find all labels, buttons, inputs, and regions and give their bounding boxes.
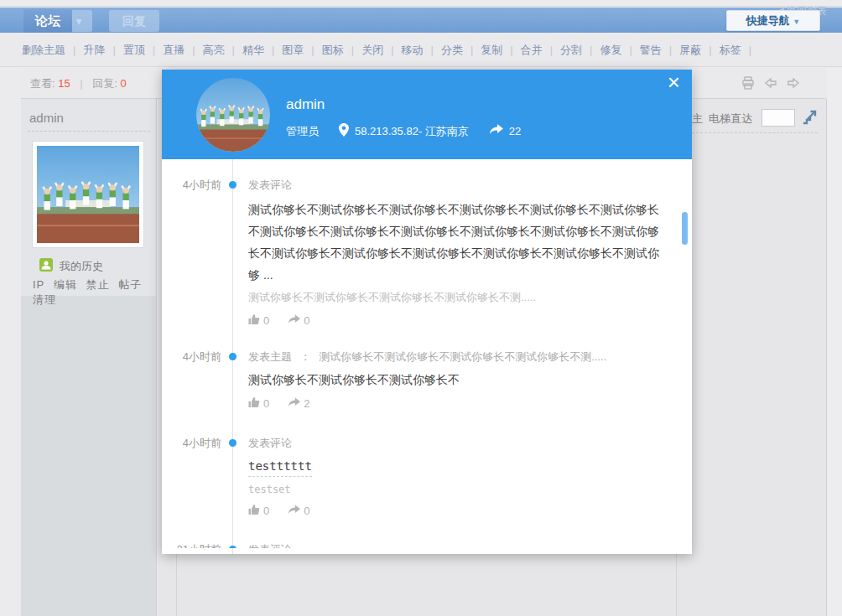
- entry-time: 4小时前: [162, 178, 233, 328]
- timeline-entry: 4小时前 发表评论 测试你够长不测试你够长不测试你够长不测试你够长不测试你够长不…: [162, 178, 668, 328]
- my-history-label: 我的历史: [60, 259, 103, 274]
- replies-label: 回复:: [92, 77, 117, 90]
- toolbar-item-close-thread[interactable]: 关闭: [361, 44, 401, 56]
- thread-stats: 查看: 15 | 回复: 0: [30, 76, 127, 91]
- toolbar-item-icon[interactable]: 图标: [322, 44, 361, 56]
- chevron-down-icon: ▼: [793, 18, 800, 26]
- user-location: 58.213.35.82- 江苏南京: [355, 124, 469, 139]
- page-right-margin: [827, 68, 842, 616]
- like-stat[interactable]: 0: [248, 504, 269, 518]
- entry-action: 发表评论: [248, 436, 668, 450]
- reply-button-faded[interactable]: 回复: [109, 10, 159, 32]
- author-avatar[interactable]: [32, 141, 144, 248]
- entry-text[interactable]: 测试你够长不测试你够长不测试你够长不: [248, 372, 668, 388]
- toolbar-item-highlight[interactable]: 高亮: [203, 44, 242, 56]
- timeline-dot-icon: [229, 353, 236, 360]
- thumb-up-icon: [248, 504, 260, 518]
- toolbar-item-pin[interactable]: 置顶: [123, 44, 163, 56]
- print-icon[interactable]: [741, 75, 756, 91]
- toolbar-item-merge[interactable]: 合并: [521, 44, 560, 56]
- share-arrow-icon: [288, 505, 300, 518]
- share-count: 2: [304, 397, 309, 410]
- modal-username: admin: [286, 96, 325, 113]
- share-stat[interactable]: 0: [288, 505, 309, 518]
- views-label: 查看:: [30, 77, 55, 90]
- entry-action-label: 发表主题: [248, 350, 292, 363]
- timeline-entry: 4小时前 发表主题 ： 测试你够长不测试你够长不测试你够长不测试你够长不测...…: [162, 349, 668, 411]
- share-count: 0: [304, 505, 309, 517]
- prev-page-icon[interactable]: [763, 75, 778, 91]
- elevator-label: 电梯直达: [709, 111, 752, 127]
- like-stat[interactable]: 0: [248, 396, 269, 411]
- entry-topic-title[interactable]: 测试你够长不测试你够长不测试你够长不测试你够长不测.....: [319, 350, 606, 363]
- views-count: 15: [58, 77, 70, 90]
- elevator-input[interactable]: [761, 109, 795, 127]
- modal-body: 4小时前 发表评论 测试你够长不测试你够长不测试你够长不测试你够长不测试你够长不…: [162, 159, 692, 554]
- entry-text[interactable]: testttttt: [248, 458, 312, 477]
- toolbar-item-copy[interactable]: 复制: [481, 44, 520, 56]
- timeline-entry: 4小时前 发表评论 testttttt testset 0: [162, 436, 668, 518]
- author-sidebar: admin 我的历史 IP 编辑 禁止 帖子 清理: [21, 99, 157, 616]
- toolbar-item-tag[interactable]: 标签: [720, 44, 759, 56]
- toolbar-item-split[interactable]: 分割: [560, 44, 600, 56]
- toolbar-item-warn[interactable]: 警告: [640, 44, 679, 56]
- share-arrow-icon: [489, 124, 503, 138]
- like-count: 0: [263, 397, 269, 410]
- link-ip[interactable]: IP: [33, 278, 44, 291]
- share-arrow-icon: [288, 314, 300, 328]
- entry-stats: 0 2: [248, 396, 668, 411]
- modal-user-meta: 管理员 58.213.35.82- 江苏南京 22: [286, 123, 521, 139]
- browser-top-strip: [0, 0, 842, 7]
- next-page-icon[interactable]: [786, 75, 801, 91]
- my-history-link[interactable]: 我的历史: [39, 258, 103, 274]
- share-count: 0: [304, 314, 309, 327]
- timeline-dot-icon: [229, 546, 236, 548]
- toolbar-item-stamp[interactable]: 图章: [282, 44, 321, 56]
- share-arrow-icon: [288, 397, 300, 411]
- toolbar-item-delete-topic[interactable]: 删除主题: [22, 44, 83, 56]
- entry-text[interactable]: 测试你够长不测试你够长不测试你够长不测试你够长不测试你够长不测试你够长不测试你够…: [248, 199, 668, 286]
- user-role: 管理员: [286, 124, 319, 139]
- link-posts[interactable]: 帖子: [118, 278, 142, 291]
- toolbar-item-move[interactable]: 移动: [402, 44, 441, 56]
- admin-quick-links: IP 编辑 禁止 帖子 清理: [33, 277, 156, 308]
- page-left-margin: [0, 68, 21, 616]
- toolbar-item-live[interactable]: 直播: [163, 44, 202, 56]
- toolbar-item-block[interactable]: 屏蔽: [679, 44, 719, 56]
- entry-action: 发表主题 ： 测试你够长不测试你够长不测试你够长不测试你够长不测.....: [248, 349, 668, 364]
- entry-stats: 0 0: [248, 504, 668, 518]
- toolbar-item-raise-lower[interactable]: 升降: [83, 44, 122, 56]
- timeline-dot-icon: [229, 181, 236, 189]
- author-username[interactable]: admin: [29, 111, 64, 125]
- share-stat[interactable]: 2: [288, 397, 309, 411]
- modal-header: admin 管理员 58.213.35.82- 江苏南京 22: [162, 70, 692, 159]
- link-clean[interactable]: 清理: [33, 293, 56, 306]
- quick-nav-label: 快捷导航: [746, 14, 790, 27]
- quick-nav-button[interactable]: 快捷导航 ▼: [726, 10, 820, 31]
- like-stat[interactable]: 0: [248, 313, 269, 328]
- timeline-entry: 21小时前 发表评论 测试代码是工具模拟 @用户名好长啊 1 : 1: [162, 542, 668, 548]
- thumb-up-icon: [248, 313, 260, 328]
- like-count: 0: [263, 505, 269, 517]
- link-ban[interactable]: 禁止: [86, 278, 110, 291]
- close-icon[interactable]: ×: [668, 71, 680, 93]
- toolbar-item-digest[interactable]: 精华: [242, 44, 282, 56]
- divider: [28, 131, 150, 132]
- toolbar-item-categorize[interactable]: 分类: [441, 44, 481, 56]
- toolbar-item-repair[interactable]: 修复: [600, 44, 639, 56]
- share-stat[interactable]: 0: [288, 314, 309, 328]
- timeline-dot-icon: [229, 439, 236, 447]
- entry-time: 21小时前: [162, 542, 233, 548]
- entry-subtext: 测试你够长不测试你够长不测试你够长不测试你够长不测.....: [248, 290, 668, 305]
- link-edit[interactable]: 编辑: [54, 278, 77, 291]
- user-share-count: 22: [509, 125, 521, 137]
- escalator-go-icon[interactable]: [801, 109, 818, 128]
- entry-action: 发表评论: [248, 542, 668, 548]
- modal-avatar: [196, 78, 270, 152]
- divider: [692, 132, 818, 133]
- entry-stats: 0 0: [248, 313, 668, 328]
- floor-row: 楼主 电梯直达: [681, 110, 824, 127]
- history-user-icon: [39, 258, 53, 274]
- like-count: 0: [263, 314, 269, 327]
- tab-forum[interactable]: 论坛: [23, 9, 72, 34]
